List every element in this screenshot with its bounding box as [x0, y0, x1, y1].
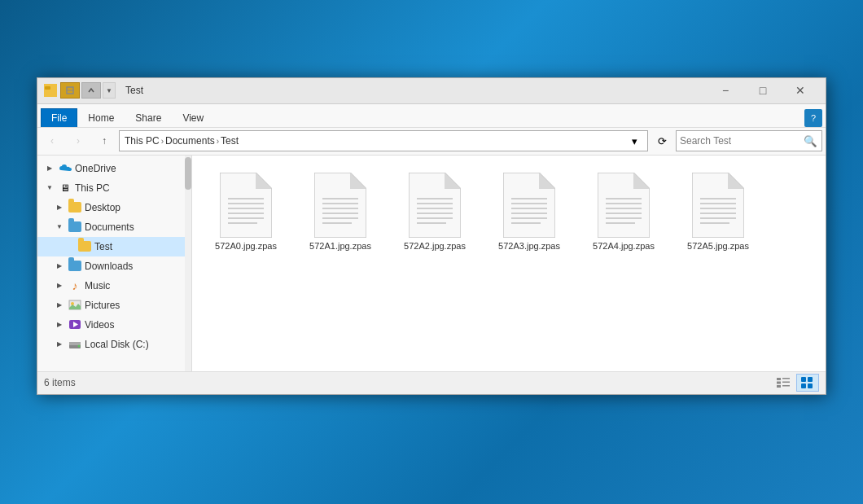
close-button[interactable]: ✕ — [782, 77, 819, 103]
svg-point-10 — [78, 344, 81, 347]
svg-rect-65 — [801, 377, 806, 382]
expand-downloads[interactable]: ▶ — [54, 261, 65, 272]
back-button[interactable]: ‹ — [41, 130, 64, 151]
file-item-4[interactable]: 572A4.jpg.zpas — [583, 169, 664, 255]
sidebar-item-desktop[interactable]: ▶ Desktop — [37, 198, 191, 217]
breadcrumb-documents[interactable]: Documents — [165, 135, 215, 147]
sidebar-item-music[interactable]: ▶ ♪ Music — [37, 276, 191, 296]
sidebar-label-videos: Videos — [85, 319, 114, 331]
svg-rect-59 — [777, 378, 781, 380]
svg-marker-12 — [256, 173, 272, 189]
sidebar-item-videos[interactable]: ▶ Videos — [37, 315, 191, 335]
svg-rect-1 — [45, 86, 50, 90]
refresh-button[interactable]: ⟳ — [651, 130, 672, 151]
file-name-1: 572A1.jpg.zpas — [309, 241, 371, 251]
items-count: 6 items — [44, 377, 76, 388]
breadcrumb-thispc[interactable]: This PC — [125, 135, 160, 147]
up-button[interactable]: ↑ — [93, 130, 116, 151]
sidebar-scroll: ▶ OneDrive ▼ 🖥 This PC ▶ — [37, 156, 191, 371]
svg-rect-61 — [777, 382, 781, 384]
expand-thispc[interactable]: ▼ — [44, 182, 55, 194]
arrow-1: › — [161, 137, 164, 146]
quick-btn-1[interactable] — [60, 82, 80, 99]
sidebar-item-thispc[interactable]: ▼ 🖥 This PC — [37, 178, 191, 198]
computer-icon: 🖥 — [59, 182, 72, 195]
maximize-button[interactable]: □ — [744, 77, 782, 103]
quick-btn-3[interactable]: ▼ — [103, 82, 116, 99]
minimize-button[interactable]: − — [707, 77, 744, 103]
svg-rect-68 — [808, 383, 813, 388]
sidebar-item-pictures[interactable]: ▶ Pictures — [37, 296, 191, 315]
file-name-0: 572A0.jpg.zpas — [215, 241, 277, 251]
file-item-3[interactable]: 572A3.jpg.zpas — [488, 169, 570, 255]
address-bar: This PC › Documents › Test ▾ — [119, 130, 648, 151]
title-bar-left: ▼ Test — [44, 82, 143, 99]
grid-view-button[interactable] — [796, 374, 819, 392]
expand-desktop[interactable]: ▶ — [54, 202, 65, 213]
breadcrumb-test[interactable]: Test — [221, 135, 239, 147]
list-view-button[interactable] — [772, 374, 795, 392]
sidebar-label-localdisk: Local Disk (C:) — [85, 339, 149, 350]
file-item-5[interactable]: 572A5.jpg.zpas — [677, 169, 759, 255]
sidebar-item-test[interactable]: Test — [37, 237, 191, 256]
forward-button[interactable]: › — [67, 130, 90, 151]
file-name-3: 572A3.jpg.zpas — [498, 241, 560, 251]
file-item-2[interactable]: 572A2.jpg.zpas — [394, 169, 475, 255]
expand-test[interactable] — [64, 241, 75, 252]
file-icon-3 — [497, 173, 562, 238]
sidebar-label-desktop: Desktop — [85, 202, 120, 213]
quick-access-bar: ▼ — [60, 82, 116, 99]
svg-marker-28 — [445, 173, 461, 189]
sidebar: ▶ OneDrive ▼ 🖥 This PC ▶ — [37, 156, 192, 371]
svg-rect-63 — [777, 385, 781, 388]
tab-share[interactable]: Share — [125, 108, 172, 127]
sidebar-item-onedrive[interactable]: ▶ OneDrive — [37, 159, 191, 178]
sidebar-label-test: Test — [94, 241, 112, 252]
svg-rect-66 — [808, 377, 813, 382]
window-controls: − □ ✕ — [707, 77, 819, 103]
sidebar-item-localdisk[interactable]: ▶ Local Disk (C:) — [37, 335, 191, 354]
sidebar-label-music: Music — [85, 280, 110, 291]
help-button[interactable]: ? — [804, 109, 822, 127]
file-explorer-window: ▼ Test − □ ✕ File Home Share View ? ‹ › … — [37, 77, 826, 395]
file-area: 572A0.jpg.zpas — [192, 156, 826, 371]
tab-view[interactable]: View — [172, 108, 214, 127]
expand-pictures[interactable]: ▶ — [54, 300, 65, 311]
svg-marker-36 — [539, 173, 555, 189]
svg-marker-20 — [350, 173, 366, 189]
file-item-1[interactable]: 572A1.jpg.zpas — [300, 169, 381, 255]
search-input[interactable] — [680, 135, 802, 147]
sidebar-label-downloads: Downloads — [85, 261, 133, 272]
file-grid: 572A0.jpg.zpas — [205, 169, 813, 255]
test-folder-icon — [78, 240, 91, 253]
svg-rect-9 — [69, 342, 81, 345]
scrollbar-thumb[interactable] — [185, 157, 191, 190]
search-box: 🔍 — [676, 130, 822, 151]
sidebar-label-thispc: This PC — [75, 182, 110, 194]
expand-onedrive[interactable]: ▶ — [44, 163, 55, 174]
sidebar-item-downloads[interactable]: ▶ Downloads — [37, 256, 191, 276]
sidebar-item-documents[interactable]: ▼ Documents — [37, 217, 191, 237]
window-title: Test — [125, 85, 143, 96]
expand-localdisk[interactable]: ▶ — [54, 339, 65, 350]
main-content: ▶ OneDrive ▼ 🖥 This PC ▶ — [37, 156, 826, 371]
address-dropdown-button[interactable]: ▾ — [626, 131, 642, 151]
music-icon: ♪ — [68, 279, 81, 292]
file-item-0[interactable]: 572A0.jpg.zpas — [205, 169, 287, 255]
breadcrumb: This PC › Documents › Test — [125, 135, 239, 147]
window-icon — [44, 84, 57, 97]
search-button[interactable]: 🔍 — [802, 133, 818, 149]
documents-folder-icon — [68, 221, 81, 234]
expand-videos[interactable]: ▶ — [54, 319, 65, 331]
tab-home[interactable]: Home — [77, 108, 125, 127]
expand-music[interactable]: ▶ — [54, 280, 65, 291]
sidebar-label-pictures: Pictures — [85, 300, 120, 311]
quick-btn-2[interactable] — [81, 82, 101, 99]
tab-file[interactable]: File — [41, 108, 77, 127]
onedrive-icon — [59, 162, 72, 175]
sidebar-scrollbar[interactable] — [185, 156, 191, 371]
svg-rect-67 — [801, 383, 806, 388]
file-icon-1 — [308, 173, 373, 238]
expand-documents[interactable]: ▼ — [54, 221, 65, 233]
view-buttons — [772, 374, 819, 392]
